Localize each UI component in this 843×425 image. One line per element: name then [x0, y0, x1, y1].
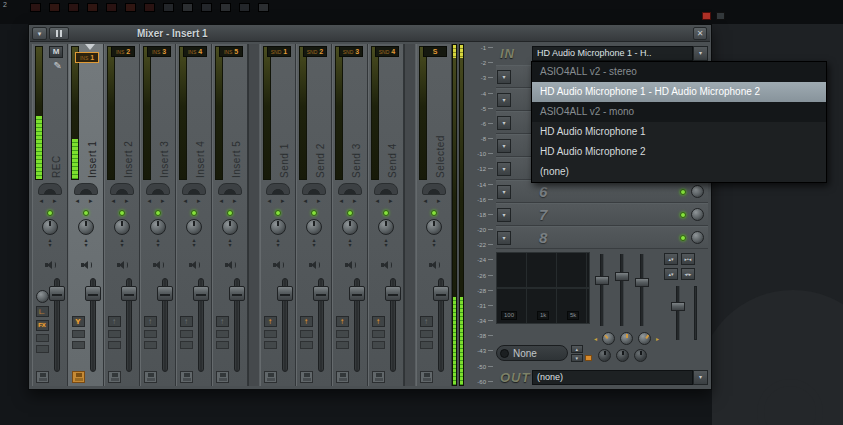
volume-fader[interactable]: [277, 278, 293, 372]
fader-handle[interactable]: [385, 286, 401, 301]
track-led[interactable]: [431, 210, 437, 216]
eq-mid-slider[interactable]: [614, 252, 630, 328]
mixer-strip-send-3[interactable]: SND3Send 3◂ ▸▴▾↑: [332, 44, 368, 386]
slot-enable-led[interactable]: [680, 212, 686, 218]
track-led[interactable]: [227, 210, 233, 216]
freq-knob[interactable]: [638, 332, 651, 345]
window-menu-button[interactable]: ▾: [32, 27, 47, 40]
output-target-field[interactable]: (none): [532, 370, 693, 385]
band-knob[interactable]: [598, 349, 611, 362]
eq-high-slider[interactable]: [634, 252, 650, 328]
pan-knob[interactable]: [186, 219, 202, 235]
send-switch-icon[interactable]: ↑: [180, 316, 193, 327]
send-switch-icon[interactable]: ↑: [372, 316, 385, 327]
track-led[interactable]: [311, 210, 317, 216]
pan-knob[interactable]: [150, 219, 166, 235]
mixer-strip-send-1[interactable]: SND1Send 1◂ ▸▴▾↑: [260, 44, 296, 386]
mixer-strip-selected[interactable]: SSelected◂ ▸▴▾↑: [416, 44, 452, 386]
volume-fader[interactable]: [229, 278, 245, 372]
track-led[interactable]: [155, 210, 161, 216]
fader-handle[interactable]: [313, 286, 329, 301]
slot-menu-arrow-icon[interactable]: ▾: [497, 116, 511, 130]
mixer-strip-send-4[interactable]: SND4Send 4◂ ▸▴▾↑: [368, 44, 404, 386]
freq-knob[interactable]: [602, 332, 615, 345]
slot-enable-led[interactable]: [680, 189, 686, 195]
slot-menu-arrow-icon[interactable]: ▾: [497, 185, 511, 199]
slot-menu-arrow-icon[interactable]: ▾: [497, 231, 511, 245]
slot-menu-arrow-icon[interactable]: ▾: [497, 93, 511, 107]
band-knob[interactable]: [616, 349, 629, 362]
mixer-strip-send-2[interactable]: SND2Send 2◂ ▸▴▾↑: [296, 44, 332, 386]
send-switch-icon[interactable]: ↑: [108, 316, 121, 327]
save-state-icon[interactable]: [144, 371, 157, 383]
slot-mix-knob[interactable]: [691, 231, 704, 244]
rec-level-knob[interactable]: [36, 290, 49, 303]
menu-item-selected[interactable]: HD Audio Microphone 1 - HD Audio Microph…: [532, 82, 826, 102]
fader-handle[interactable]: [193, 286, 209, 301]
pan-knob[interactable]: [42, 219, 58, 235]
slot-enable-led[interactable]: [680, 235, 686, 241]
eq-display[interactable]: 100 1k 5k: [496, 252, 590, 324]
band-knob[interactable]: [634, 349, 647, 362]
send-switch-icon[interactable]: ↑: [336, 316, 349, 327]
close-button[interactable]: ✕: [693, 27, 707, 40]
freq-knob[interactable]: [620, 332, 633, 345]
track-led[interactable]: [191, 210, 197, 216]
pan-knob[interactable]: [342, 219, 358, 235]
track-led[interactable]: [83, 210, 89, 216]
volume-fader[interactable]: [157, 278, 173, 372]
fader-handle[interactable]: [49, 286, 65, 301]
mixer-strip-rec[interactable]: M✎REC◂ ▸▴▾∟FX: [32, 44, 68, 386]
track-led[interactable]: [119, 210, 125, 216]
volume-fader[interactable]: [85, 278, 101, 372]
volume-fader[interactable]: [313, 278, 329, 372]
mixer-strip-insert-3[interactable]: INS3Insert 3◂ ▸▴▾↑: [140, 44, 176, 386]
send-switch-icon[interactable]: ↑: [216, 316, 229, 327]
slot-mix-knob[interactable]: [691, 185, 704, 198]
send-switch-icon[interactable]: ↑: [300, 316, 313, 327]
pan-knob[interactable]: [306, 219, 322, 235]
save-state-icon[interactable]: [108, 371, 121, 383]
mixer-strip-insert-4[interactable]: INS4Insert 4◂ ▸▴▾↑: [176, 44, 212, 386]
output-dropdown-arrow-icon[interactable]: ▾: [693, 370, 708, 385]
pan-knob[interactable]: [378, 219, 394, 235]
fader-handle[interactable]: [277, 286, 293, 301]
track-led[interactable]: [275, 210, 281, 216]
save-state-icon[interactable]: [36, 371, 49, 383]
slot-menu-arrow-icon[interactable]: ▾: [497, 70, 511, 84]
fader-handle[interactable]: [349, 286, 365, 301]
pan-knob[interactable]: [270, 219, 286, 235]
save-state-icon[interactable]: [216, 371, 229, 383]
fader-handle[interactable]: [157, 286, 173, 301]
plugin-selector[interactable]: None: [496, 345, 568, 361]
volume-fader[interactable]: [49, 278, 65, 372]
save-state-icon[interactable]: [180, 371, 193, 383]
pan-knob[interactable]: [426, 219, 442, 235]
link-switch-icon[interactable]: Y: [72, 316, 85, 327]
input-dropdown-arrow-icon[interactable]: ▾: [693, 46, 708, 61]
send-switch-icon[interactable]: ↑: [420, 316, 433, 327]
detach-button[interactable]: [49, 27, 69, 40]
nudge-updown-button[interactable]: ▴▾: [664, 253, 678, 265]
send-switch-icon[interactable]: ↑: [144, 316, 157, 327]
track-led[interactable]: [347, 210, 353, 216]
mixer-strip-insert-2[interactable]: INS2Insert 2◂ ▸▴▾↑: [104, 44, 140, 386]
menu-item-item[interactable]: HD Audio Microphone 1: [532, 122, 826, 142]
nudge-updown-button[interactable]: ▴▾: [664, 268, 678, 280]
stereo-expand-button[interactable]: ◂•▸: [681, 268, 695, 280]
mixer-strip-insert-5[interactable]: INS5Insert 5◂ ▸▴▾↑: [212, 44, 248, 386]
fx-button[interactable]: FX: [36, 320, 49, 331]
menu-item-item[interactable]: HD Audio Microphone 2: [532, 142, 826, 162]
slot-menu-arrow-icon[interactable]: ▾: [497, 139, 511, 153]
slot-menu-arrow-icon[interactable]: ▾: [497, 162, 511, 176]
pan-knob[interactable]: [78, 219, 94, 235]
fader-handle[interactable]: [121, 286, 137, 301]
volume-fader[interactable]: [433, 278, 449, 372]
track-led[interactable]: [47, 210, 53, 216]
stereo-collapse-button[interactable]: ▸•◂: [681, 253, 695, 265]
fx-slot-row[interactable]: ▾6: [496, 180, 708, 203]
fader-handle[interactable]: [85, 286, 101, 301]
plugin-enable-icon[interactable]: [500, 349, 509, 358]
save-state-icon[interactable]: [420, 371, 433, 383]
slot-mix-knob[interactable]: [691, 208, 704, 221]
